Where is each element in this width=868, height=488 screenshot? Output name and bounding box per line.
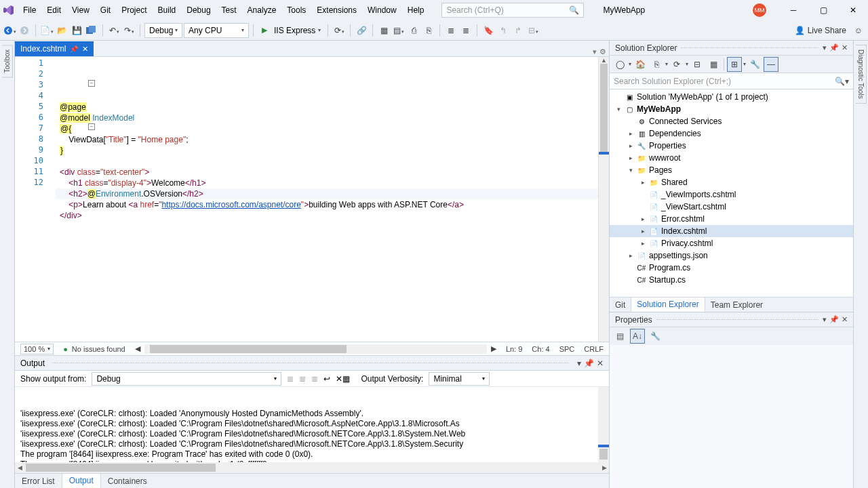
code-area[interactable]: − − @page@model IndexModel@{ ViewData["T…: [56, 57, 609, 342]
tree-node[interactable]: ▸▥Dependencies: [610, 127, 853, 140]
close-button[interactable]: ✕: [838, 0, 868, 20]
code-line[interactable]: ViewData["Title"] = "Home page";: [56, 134, 609, 145]
output-text[interactable]: 'iisexpress.exe' (CoreCLR: clrhost): Loa…: [15, 387, 609, 462]
menu-project[interactable]: Project: [116, 0, 152, 20]
se-tab-git[interactable]: Git: [610, 298, 631, 312]
tree-node[interactable]: ▸📁wwwroot: [610, 152, 853, 164]
output-pin-icon[interactable]: 📌: [584, 359, 594, 368]
tree-node[interactable]: ▸📄Privacy.cshtml: [610, 237, 853, 249]
feedback-icon[interactable]: ☺: [852, 24, 865, 37]
code-line[interactable]: <h2>@Environment.OSVersion</h2>: [56, 188, 609, 199]
fold-toggle[interactable]: −: [88, 80, 95, 87]
open-icon[interactable]: 📂: [55, 24, 68, 37]
tree-node[interactable]: ▾📁Pages: [610, 164, 853, 176]
solution-tree[interactable]: ▣Solution 'MyWebApp' (1 of 1 project)▾▢M…: [610, 89, 853, 297]
se-preview-icon[interactable]: ⊞: [727, 57, 742, 72]
menu-analyze[interactable]: Analyze: [242, 0, 282, 20]
run-target-label[interactable]: IIS Express: [273, 26, 317, 35]
expand-toggle[interactable]: ▸: [627, 155, 634, 161]
tree-node[interactable]: ▸📁Shared: [610, 176, 853, 188]
solution-explorer-titlebar[interactable]: Solution Explorer ▾📌✕: [610, 41, 853, 56]
undo-icon[interactable]: ↶: [107, 24, 121, 37]
nav-fwd-icon[interactable]: [18, 24, 31, 37]
scrollbar-thumb[interactable]: [150, 345, 347, 353]
tree-node[interactable]: ▸📄Index.cshtml: [610, 225, 853, 237]
scrollbar-thumb[interactable]: [600, 64, 608, 152]
se-sync-icon free[interactable]: ⎘: [649, 57, 664, 72]
start-debug-button[interactable]: ▶: [258, 24, 271, 37]
quick-search[interactable]: Search (Ctrl+Q) 🔍: [441, 3, 584, 18]
output-titlebar[interactable]: Output ▾ 📌 ✕: [15, 356, 609, 371]
tab-settings-icon[interactable]: ⚙: [599, 47, 606, 56]
output-tool-icon[interactable]: ≣: [287, 374, 294, 384]
se-pin-icon[interactable]: 📌: [829, 43, 839, 52]
se-back-icon[interactable]: ◯: [612, 57, 627, 72]
menu-git[interactable]: Git: [95, 0, 116, 20]
expand-toggle[interactable]: ▸: [639, 216, 646, 222]
code-line[interactable]: </div>: [56, 210, 609, 221]
browser-link-icon[interactable]: 🔗: [355, 24, 368, 37]
tree-node[interactable]: C#Startup.cs: [610, 274, 853, 286]
code-line[interactable]: @page: [56, 102, 609, 113]
output-verbosity-dropdown[interactable]: Minimal▾: [429, 372, 490, 386]
save-all-icon[interactable]: [85, 24, 98, 37]
nav-back-icon[interactable]: [3, 24, 16, 37]
bookmark-icon[interactable]: 🔖: [481, 24, 495, 37]
se-showall-icon[interactable]: ▦: [706, 57, 721, 72]
properties-titlebar[interactable]: Properties ▾📌✕: [610, 312, 853, 327]
uncomment-icon[interactable]: ≣: [459, 24, 473, 37]
pin-icon[interactable]: 📌: [70, 45, 78, 53]
maximize-button[interactable]: ▢: [808, 0, 838, 20]
menu-debug[interactable]: Debug: [181, 0, 216, 20]
user-avatar[interactable]: MM: [753, 3, 766, 17]
code-line[interactable]: @model IndexModel: [56, 113, 609, 123]
editor-hscrollbar[interactable]: [144, 344, 487, 354]
minimize-button[interactable]: ─: [778, 0, 808, 20]
menu-tools[interactable]: Tools: [281, 0, 311, 20]
menu-test[interactable]: Test: [216, 0, 242, 20]
bottom-tab-containers[interactable]: Containers: [101, 474, 154, 488]
hscroll-left[interactable]: ◀: [135, 344, 140, 353]
tree-node[interactable]: C#Program.cs: [610, 262, 853, 274]
comment-icon[interactable]: ≣: [444, 24, 458, 37]
tab-overflow-icon[interactable]: ▾: [593, 47, 597, 56]
diagnostic-tools-tab[interactable]: Diagnostic Tools: [856, 45, 867, 104]
se-refresh-icon[interactable]: ⟳: [669, 57, 684, 72]
menu-window[interactable]: Window: [362, 0, 402, 20]
code-line[interactable]: <p>Learn about <a href="https://docs.mic…: [56, 199, 609, 210]
code-line[interactable]: [56, 156, 609, 167]
redo-icon[interactable]: ↷: [122, 24, 136, 37]
document-tab-active[interactable]: Index.cshtml 📌 ✕: [15, 41, 94, 56]
props-wrench-icon[interactable]: 🔧: [648, 329, 663, 344]
tree-node[interactable]: ▾▢MyWebApp: [610, 103, 853, 115]
tool-icon-4[interactable]: ⎘: [422, 24, 435, 37]
expand-toggle[interactable]: ▾: [627, 167, 634, 174]
se-dropdown-icon[interactable]: ▾: [823, 43, 827, 52]
output-wrap-icon[interactable]: ↩: [323, 374, 330, 384]
bookmark-next-icon[interactable]: ↱: [511, 24, 525, 37]
props-dropdown-icon[interactable]: ▾: [823, 315, 827, 324]
tree-node[interactable]: 📄_ViewStart.cshtml: [610, 201, 853, 213]
tree-node[interactable]: ▸📄appsettings.json: [610, 249, 853, 262]
props-pin-icon[interactable]: 📌: [829, 315, 839, 324]
code-line[interactable]: [56, 221, 609, 232]
platform-dropdown[interactable]: Any CPU▾: [184, 23, 249, 38]
se-search[interactable]: Search Solution Explorer (Ctrl+;) 🔍▾: [610, 73, 853, 89]
se-tab-solution-explorer[interactable]: Solution Explorer: [631, 297, 705, 312]
bookmark-prev-icon[interactable]: ↰: [496, 24, 510, 37]
tool-icon-1[interactable]: ▦: [377, 24, 391, 37]
bottom-tab-error-list[interactable]: Error List: [15, 474, 62, 488]
props-close-icon[interactable]: ✕: [842, 315, 848, 324]
menu-help[interactable]: Help: [402, 0, 430, 20]
expand-toggle[interactable]: ▸: [639, 179, 646, 186]
save-icon[interactable]: 💾: [70, 24, 83, 37]
output-dropdown-icon[interactable]: ▾: [577, 359, 581, 368]
output-tool-icon[interactable]: ≣: [311, 374, 318, 384]
output-from-dropdown[interactable]: Debug▾: [92, 372, 281, 386]
output-hscrollbar[interactable]: ◀▶: [15, 462, 609, 473]
tree-node[interactable]: 📄_ViewImports.cshtml: [610, 188, 853, 201]
se-close-icon[interactable]: ✕: [842, 43, 848, 52]
config-dropdown[interactable]: Debug▾: [144, 23, 182, 38]
props-az-icon[interactable]: A↓: [630, 329, 645, 344]
code-line[interactable]: }: [56, 145, 609, 156]
